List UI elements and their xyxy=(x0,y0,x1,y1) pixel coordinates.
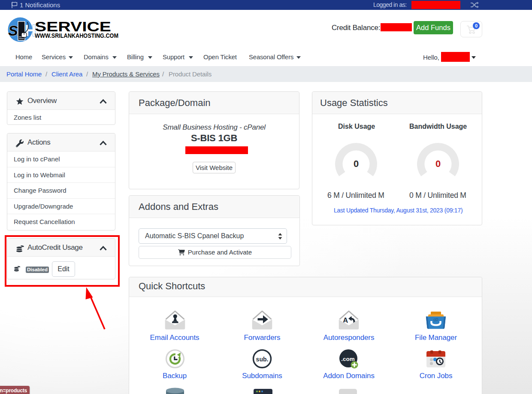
svg-text:0: 0 xyxy=(435,158,441,169)
svg-text:.com: .com xyxy=(341,356,355,362)
svg-text:sub.: sub. xyxy=(256,356,269,363)
svg-text:0: 0 xyxy=(354,158,359,169)
svg-text:WWW.SRILANKAHOSTING.COM: WWW.SRILANKAHOSTING.COM xyxy=(35,32,118,39)
